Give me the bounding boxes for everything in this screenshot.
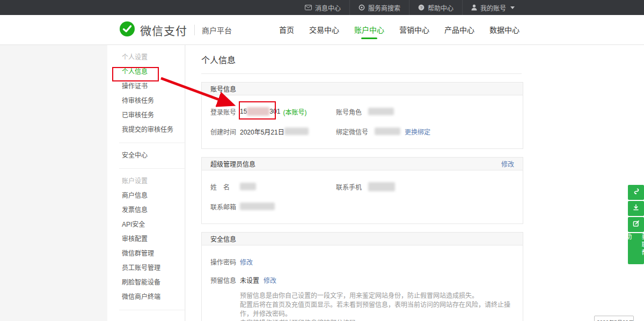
created-time-value: 2020年5月21日: [240, 127, 309, 136]
sidebar: 个人设置 个人信息 操作证书 待审核任务 已审核任务 我提交的审核任务 安全中心…: [107, 45, 185, 321]
page-title: 个人信息: [201, 45, 644, 66]
sidebar-group-personal-settings: 个人设置: [107, 50, 185, 65]
mail-icon: [305, 5, 312, 10]
super-admin-card-body: 姓 名 联系手机 联系邮箱: [202, 170, 523, 223]
sidebar-item-my-submitted-tasks[interactable]: 我提交的审核任务: [107, 123, 185, 137]
contact-phone-label: 联系手机: [336, 182, 362, 191]
security-info-card: 安全信息 操作密码 修改 预留信息 未设置 修改 预留信息是由你自己设置的一段文…: [201, 232, 523, 321]
main-content: 个人信息 账号信息 登录账号 15 301 (: [186, 45, 644, 321]
sidebar-item-pending-review-tasks[interactable]: 待审核任务: [107, 94, 185, 108]
feedback-edit-button[interactable]: [628, 217, 644, 232]
redacted-account-role: [368, 108, 394, 115]
topbar-item-label: 消息中心: [315, 3, 341, 12]
sidebar-divider: [119, 168, 185, 169]
sidebar-item-merchant-info[interactable]: 商户信息: [107, 189, 185, 203]
redacted-admin-name: [240, 183, 256, 190]
portal-name: 商户平台: [202, 25, 232, 35]
edit-icon: [632, 220, 640, 229]
redacted-created-time: [284, 128, 309, 135]
chevron-down-icon: [510, 6, 515, 9]
download-button[interactable]: [628, 201, 644, 216]
card-title: 安全信息: [210, 234, 236, 243]
reserved-info-label: 预留信息: [210, 275, 240, 285]
nav-item-account-center[interactable]: 账户中心: [347, 15, 392, 45]
search-icon: [358, 4, 365, 11]
account-info-card-body: 登录账号 15 301 (本账号) 账号角色: [202, 95, 523, 148]
sidebar-item-staff-account-management[interactable]: 员工账号管理: [107, 261, 185, 275]
main-nav: 首页 交易中心 账户中心 营销中心 产品中心 数据中心: [272, 15, 527, 45]
nav-item-product-center[interactable]: 产品中心: [437, 15, 482, 45]
super-admin-card-header: 超级管理员信息 修改: [202, 158, 523, 170]
card-title: 超级管理员信息: [210, 159, 255, 168]
login-account-value: 15 301 (本账号): [240, 107, 306, 116]
edit-reserved-info-link[interactable]: 修改: [264, 275, 276, 285]
description-line: 配置后将在首页及充值页面显示。若未看到预留信息，表明当前访问的网站存在风险，请终…: [240, 301, 514, 319]
sidebar-item-operation-certificate[interactable]: 操作证书: [107, 79, 185, 94]
topbar-item-label: 帮助中心: [428, 3, 453, 12]
card-title: 账号信息: [210, 84, 236, 93]
floating-help-panel: 获取帮助: [628, 185, 644, 265]
contact-email-label: 联系邮箱: [210, 202, 240, 211]
edit-admin-link[interactable]: 修改: [501, 159, 514, 168]
sidebar-item-face-smart-device[interactable]: 刷脸智能设备: [107, 275, 185, 290]
topbar-item-label: 服务商搜索: [368, 3, 400, 12]
sidebar-item-reviewed-tasks[interactable]: 已审核任务: [107, 108, 185, 123]
redacted-contact-email: [240, 203, 275, 210]
wechat-pay-logo-icon: [119, 21, 135, 39]
nav-item-transaction-center[interactable]: 交易中心: [302, 15, 347, 45]
nav-item-data-center[interactable]: 数据中心: [482, 15, 527, 45]
user-icon: [471, 4, 477, 11]
account-role-label: 账号角色: [336, 107, 362, 116]
svg-text:?: ?: [420, 5, 423, 10]
sidebar-item-personal-info[interactable]: 个人信息: [107, 65, 185, 79]
get-help-label: 获取帮助: [620, 233, 644, 264]
merchant-platform-page: 消息中心 服务商搜索 ? 帮助中心 我的账号 微信支付: [0, 0, 644, 321]
topbar-item-provider-search[interactable]: 服务商搜索: [349, 0, 409, 15]
security-info-card-body: 操作密码 修改 预留信息 未设置 修改 预留信息是由你自己设置的一段文字，用来鉴…: [202, 245, 523, 321]
sidebar-item-wechat-merchant-terminal[interactable]: 微信商户终端: [107, 290, 185, 304]
title-divider: [201, 73, 522, 74]
brand-logo[interactable]: 微信支付 商户平台: [119, 21, 232, 39]
redacted-contact-phone: [368, 182, 395, 191]
redacted-login-middle: [247, 107, 269, 116]
brand-divider: [194, 25, 195, 35]
sidebar-divider: [119, 310, 185, 310]
operation-password-label: 操作密码: [210, 257, 240, 266]
account-info-card: 账号信息 登录账号 15 301 (本账号): [201, 82, 523, 149]
login-account-label: 登录账号: [210, 107, 240, 116]
download-icon: [632, 204, 640, 213]
sidebar-item-security-center[interactable]: 安全中心: [107, 148, 185, 163]
nav-item-home[interactable]: 首页: [272, 15, 302, 45]
body: 个人设置 个人信息 操作证书 待审核任务 已审核任务 我提交的审核任务 安全中心…: [0, 45, 644, 321]
super-admin-card: 超级管理员信息 修改 姓 名 联系手机: [201, 157, 523, 224]
sidebar-group-account-settings: 账户设置: [107, 174, 185, 189]
contact-link-button[interactable]: [628, 185, 644, 200]
sidebar-item-api-security[interactable]: API安全: [107, 218, 185, 232]
description-line: 预留信息是由你自己设置的一段文字，用来鉴定网站身份，防止假冒网站造成损失。: [240, 292, 514, 301]
nav-item-marketing-center[interactable]: 营销中心: [392, 15, 437, 45]
sidebar-divider: [119, 143, 185, 143]
account-info-card-header: 账号信息: [202, 83, 523, 95]
sidebar-item-wechat-group-management[interactable]: 微信群管理: [107, 247, 185, 261]
change-binding-link[interactable]: 更换绑定: [405, 127, 430, 136]
description-line: 未安装操作证书时预留信息将被部分掩码。: [240, 319, 514, 321]
help-icon: ?: [418, 4, 425, 11]
topbar-item-my-account[interactable]: 我的账号: [462, 0, 523, 15]
reserved-info-description: 预留信息是由你自己设置的一段文字，用来鉴定网站身份，防止假冒网站造成损失。 配置…: [240, 292, 514, 321]
topbar-item-help-center[interactable]: ? 帮助中心: [409, 0, 462, 15]
link-icon: [632, 188, 640, 197]
date-tooltip: 2020年5月22日: [594, 316, 634, 321]
header: 微信支付 商户平台 首页 交易中心 账户中心 营销中心 产品中心 数据中心: [0, 15, 644, 45]
topbar-item-messages[interactable]: 消息中心: [296, 0, 349, 15]
get-help-button[interactable]: 获取帮助: [628, 233, 644, 264]
reserved-info-status: 未设置: [240, 275, 259, 285]
created-time-label: 创建时间: [210, 127, 240, 136]
sidebar-item-review-config[interactable]: 审核配置: [107, 232, 185, 247]
topbar-item-label: 我的账号: [480, 3, 506, 12]
bound-wechat-label: 绑定微信号: [336, 127, 368, 136]
security-info-card-header: 安全信息: [202, 233, 523, 245]
edit-password-link[interactable]: 修改: [240, 257, 253, 266]
sidebar-item-invoice-info[interactable]: 发票信息: [107, 203, 185, 218]
topbar: 消息中心 服务商搜索 ? 帮助中心 我的账号: [0, 0, 644, 15]
admin-name-label: 姓 名: [210, 182, 240, 191]
